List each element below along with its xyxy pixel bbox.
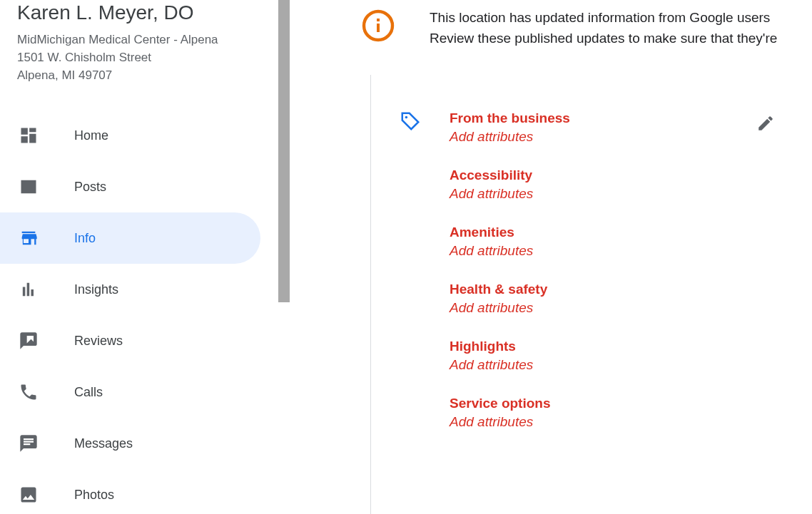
sidebar-item-label: Reviews [74,334,123,349]
sidebar-item-label: Posts [74,180,106,195]
add-attributes-link[interactable]: Add attributes [450,243,570,259]
dashboard-icon [17,124,40,147]
svg-rect-1 [377,24,380,32]
sidebar-item-label: Photos [74,488,114,503]
image-icon [17,483,40,506]
phone-icon [17,381,40,404]
attr-group-accessibility: Accessibility Add attributes [450,168,570,202]
sidebar-item-label: Home [74,128,108,143]
tag-icon [400,110,450,135]
add-attributes-link[interactable]: Add attributes [450,357,570,373]
attributes-section: From the business Add attributes Accessi… [400,110,570,453]
sidebar-item-label: Calls [74,385,103,400]
attr-title: Amenities [450,225,570,240]
add-attributes-link[interactable]: Add attributes [450,186,570,202]
sidebar-nav: Home Posts Info Insights Reviews [0,110,278,514]
sidebar-item-insights[interactable]: Insights [0,264,260,315]
banner-line-1: This location has updated information fr… [430,7,777,28]
sidebar-item-messages[interactable]: Messages [0,418,260,469]
sidebar-item-label: Info [74,231,96,246]
info-icon [361,9,395,43]
info-banner: This location has updated information fr… [290,0,812,75]
sidebar: Karen L. Meyer, DO MidMichigan Medical C… [0,0,278,514]
sidebar-item-photos[interactable]: Photos [0,469,260,514]
address-line-3: Alpena, MI 49707 [17,67,261,85]
attr-title: Service options [450,396,570,411]
scrollbar-thumb[interactable] [278,0,290,302]
sidebar-item-info[interactable]: Info [0,212,260,264]
posts-icon [17,175,40,198]
address-line-2: 1501 W. Chisholm Street [17,49,261,67]
banner-line-2: Review these published updates to make s… [430,28,777,48]
attr-title: Highlights [450,339,570,354]
sidebar-item-posts[interactable]: Posts [0,161,260,212]
attr-group-from-business: From the business Add attributes [450,110,570,145]
business-name: Karen L. Meyer, DO [17,0,261,26]
attr-group-amenities: Amenities Add attributes [450,225,570,259]
attr-group-service-options: Service options Add attributes [450,396,570,430]
sidebar-item-label: Insights [74,282,118,297]
add-attributes-link[interactable]: Add attributes [450,300,570,316]
attr-title: From the business [450,110,570,126]
sidebar-item-home[interactable]: Home [0,110,260,161]
chat-icon [17,432,40,455]
business-address: MidMichigan Medical Center - Alpena 1501… [17,31,261,84]
banner-text: This location has updated information fr… [430,7,777,49]
attr-title: Accessibility [450,168,570,183]
address-line-1: MidMichigan Medical Center - Alpena [17,31,261,49]
attr-group-health-safety: Health & safety Add attributes [450,282,570,316]
storefront-icon [17,227,40,250]
edit-button[interactable] [756,114,775,135]
svg-rect-2 [377,19,380,21]
svg-point-3 [405,116,408,119]
add-attributes-link[interactable]: Add attributes [450,129,570,145]
add-attributes-link[interactable]: Add attributes [450,414,570,430]
vertical-divider [370,75,371,514]
review-icon [17,329,40,352]
sidebar-item-reviews[interactable]: Reviews [0,315,260,366]
attr-group-highlights: Highlights Add attributes [450,339,570,373]
bar-chart-icon [17,278,40,301]
pencil-icon [756,123,775,135]
sidebar-item-label: Messages [74,436,133,451]
sidebar-item-calls[interactable]: Calls [0,366,260,418]
sidebar-header: Karen L. Meyer, DO MidMichigan Medical C… [0,0,278,97]
attr-title: Health & safety [450,282,570,297]
